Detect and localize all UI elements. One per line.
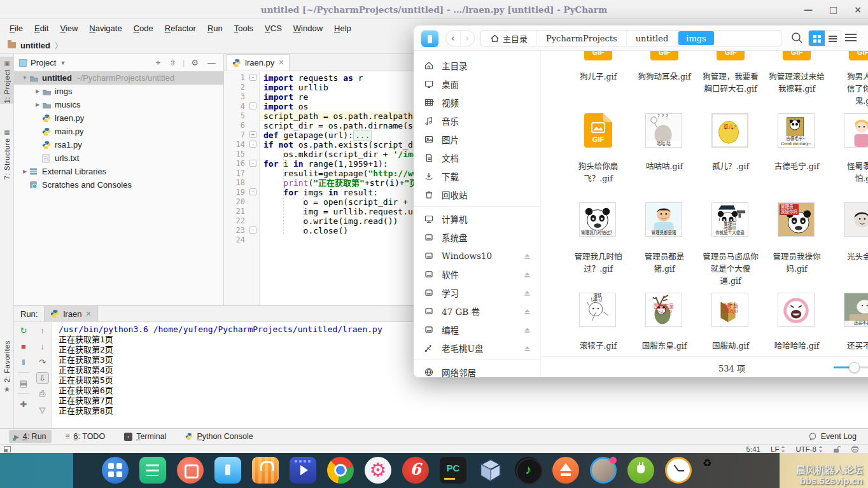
eject-icon[interactable] xyxy=(523,252,531,260)
dock-icon-launcher[interactable] xyxy=(102,457,129,484)
tree-item-urls-txt[interactable]: urls.txt xyxy=(14,151,223,165)
sidebar-item-老毛桃U盘[interactable]: 老毛桃U盘 xyxy=(414,338,540,357)
forward-button[interactable]: › xyxy=(461,31,475,46)
dock-icon-appstore[interactable] xyxy=(252,457,279,484)
close-tab-icon[interactable]: ✕ xyxy=(278,59,284,67)
gear-icon[interactable]: ⚙ xyxy=(188,58,201,67)
dock-icon-pycharm[interactable]: PC xyxy=(440,457,466,484)
fold-marker-icon[interactable]: + xyxy=(249,131,256,138)
tree-item-untitled[interactable]: ▼untitled~/PycharmProjects/untitled xyxy=(14,71,223,85)
event-log-button[interactable]: Event Log xyxy=(808,432,868,441)
sidebar-item-音乐[interactable]: 音乐 xyxy=(414,111,540,130)
project-panel-title[interactable]: Project xyxy=(31,58,56,67)
close-tab-icon[interactable]: ✕ xyxy=(85,310,91,318)
dock-icon-power[interactable] xyxy=(627,457,654,484)
menu-help[interactable]: Help xyxy=(328,24,357,33)
dock-icon-bootmaker[interactable] xyxy=(552,457,579,484)
eject-icon[interactable] xyxy=(523,289,531,296)
line-ending-selector[interactable]: LF xyxy=(771,445,785,453)
dock-icon-chrome[interactable] xyxy=(327,457,354,484)
grid-view-button[interactable] xyxy=(809,31,825,46)
editor-tab-lraen[interactable]: lraen.py ✕ xyxy=(227,54,290,71)
scroll-end-icon[interactable]: ⇩ xyxy=(36,372,49,384)
tool-button-4-run[interactable]: ▶4: Run xyxy=(9,430,52,443)
eject-icon[interactable] xyxy=(523,270,531,278)
file-manager-toolbar[interactable]: ‹ › 主目录PycharmProjectsuntitledimgs xyxy=(414,25,868,51)
fold-marker-icon[interactable]: - xyxy=(249,141,256,148)
stop-icon[interactable]: ■ xyxy=(17,340,30,352)
dock-icon-user[interactable] xyxy=(590,457,617,484)
tool-tab-favorites[interactable]: 2: Favorites ★ xyxy=(0,340,14,401)
tree-item-rsa1-py[interactable]: rsa1.py xyxy=(14,138,223,151)
expand-arrow[interactable]: ▼ xyxy=(20,75,29,81)
crumb-untitled[interactable]: untitled xyxy=(627,31,678,46)
tree-item-scratches-and-consoles[interactable]: Scratches and Consoles xyxy=(14,178,223,192)
dock-icon-movie[interactable] xyxy=(290,457,316,484)
tree-item-main-py[interactable]: main.py xyxy=(14,125,223,138)
fold-marker-icon[interactable]: - xyxy=(249,102,256,109)
sidebar-item-主目录[interactable]: 主目录 xyxy=(414,56,540,74)
fold-marker-icon[interactable]: - xyxy=(249,160,256,167)
tree-item-musics[interactable]: ▶musics xyxy=(14,98,223,111)
clear-icon[interactable]: ▽ xyxy=(36,404,49,415)
sidebar-item-系统盘[interactable]: 系统盘 xyxy=(414,228,540,246)
sidebar-item-文档[interactable]: 文档 xyxy=(414,148,540,167)
down-icon[interactable]: ↓ xyxy=(36,340,49,352)
expand-arrow[interactable]: ▶ xyxy=(20,169,29,174)
sidebar-item-回收站[interactable]: 回收站 xyxy=(414,185,540,204)
restore-layout-icon[interactable]: ▤ xyxy=(17,377,30,389)
tree-item-external-libraries[interactable]: ▶External Libraries xyxy=(14,165,223,178)
menu-run[interactable]: Run xyxy=(202,24,228,33)
menu-navigate[interactable]: Navigate xyxy=(83,24,127,33)
tree-item-imgs[interactable]: ▶imgs xyxy=(14,85,223,98)
fold-marker-icon[interactable]: - xyxy=(249,227,256,234)
pin-icon[interactable]: ✚ xyxy=(17,398,30,410)
sidebar-item-编程[interactable]: 编程 xyxy=(414,320,540,338)
search-icon[interactable] xyxy=(790,31,804,45)
menu-refactor[interactable]: Refactor xyxy=(159,24,202,33)
menu-vcs[interactable]: VCS xyxy=(259,24,288,33)
dock-icon-control[interactable]: ⚙ xyxy=(365,457,391,484)
collapse-all-icon[interactable]: ⇳ xyxy=(167,58,179,67)
lock-icon[interactable] xyxy=(833,445,841,453)
menu-code[interactable]: Code xyxy=(128,24,159,33)
tree-item-lraen-py[interactable]: lraen.py xyxy=(14,111,223,125)
tool-button-6-todo[interactable]: ≡6: TODO xyxy=(60,430,111,443)
menu-tools[interactable]: Tools xyxy=(228,24,259,33)
dock-icon-multitask[interactable] xyxy=(177,457,204,484)
sidebar-item-软件[interactable]: 软件 xyxy=(414,265,540,283)
eject-icon[interactable] xyxy=(523,344,531,352)
soft-wrap-icon[interactable]: ↷ xyxy=(36,356,49,368)
run-tab-lraen[interactable]: lraen ✕ xyxy=(44,306,97,322)
eject-icon[interactable] xyxy=(523,307,531,315)
rerun-icon[interactable]: ↻ xyxy=(17,324,30,336)
sidebar-item-Windows10[interactable]: Windows10 xyxy=(414,246,540,265)
dock-icon-vbox[interactable] xyxy=(477,457,504,484)
tool-button-terminal[interactable]: ›Terminal xyxy=(119,430,171,443)
icon-size-slider[interactable] xyxy=(834,366,868,368)
dock-icon-clock[interactable] xyxy=(665,457,692,484)
breadcrumb-project[interactable]: untitled xyxy=(20,41,50,50)
dock-icon-filemanager[interactable] xyxy=(214,457,241,484)
minimize-button[interactable]: — xyxy=(804,0,813,19)
dock-icon-trash2[interactable]: ♻ xyxy=(703,457,729,484)
slider-knob[interactable] xyxy=(849,362,860,373)
sidebar-item-图片[interactable]: 图片 xyxy=(414,130,540,148)
maximize-button[interactable]: □ xyxy=(829,0,837,19)
menu-view[interactable]: View xyxy=(54,24,83,33)
tool-tab-structure[interactable]: ▦ 7: Structure xyxy=(0,125,14,180)
crumb-主目录[interactable]: 主目录 xyxy=(481,31,537,46)
crumb-PycharmProjects[interactable]: PycharmProjects xyxy=(537,31,627,46)
pause-icon[interactable]: ‖ xyxy=(17,356,30,368)
file-grid[interactable]: GIF狗儿子.gifGIF狗狗动耳朵.gifGIF狗管理，我要看 胸口碎大石.g… xyxy=(541,51,868,356)
fold-marker-icon[interactable]: - xyxy=(249,188,256,195)
print-icon[interactable]: ⎙ xyxy=(36,388,49,400)
tool-button-python-console[interactable]: Python Console xyxy=(180,430,258,443)
fold-marker-icon[interactable]: - xyxy=(249,74,256,81)
expand-arrow[interactable]: ▶ xyxy=(33,88,42,94)
sidebar-item-视频[interactable]: 视频 xyxy=(414,93,540,111)
sidebar-item-学习[interactable]: 学习 xyxy=(414,283,540,302)
crumb-imgs[interactable]: imgs xyxy=(678,31,713,45)
close-button[interactable]: × xyxy=(854,0,862,19)
up-icon[interactable]: ↑ xyxy=(36,324,49,336)
